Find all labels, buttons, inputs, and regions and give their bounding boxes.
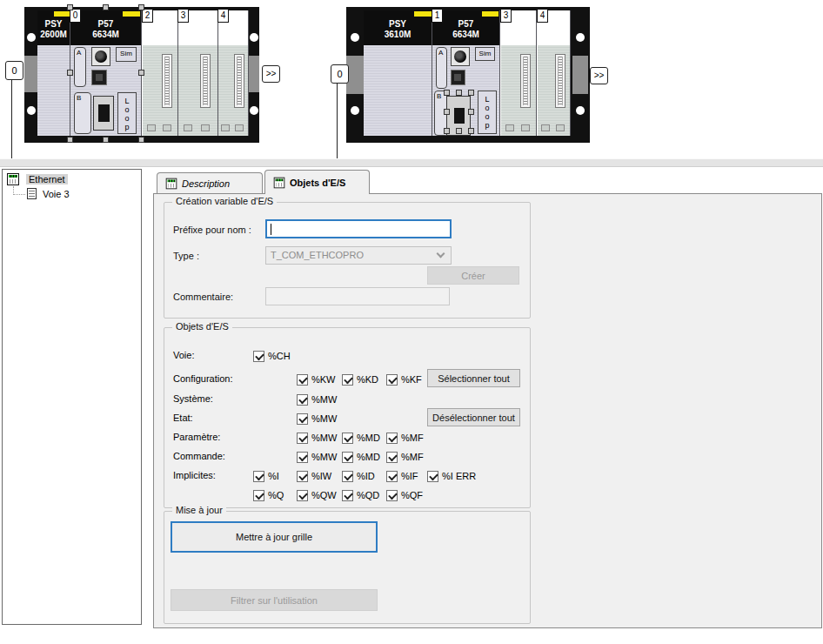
horizontal-splitter[interactable] [0,158,823,167]
create-button[interactable]: Créer [427,266,519,285]
rack1-psu-module[interactable]: PSY 2600M [37,10,70,136]
rack2-ethernet-selection-handle[interactable] [444,128,450,134]
checkbox-if[interactable]: %IF [386,469,418,483]
rack1-empty-slot-2[interactable]: 2 [143,10,178,136]
rack2-ethernet-selection-handle[interactable] [456,90,462,96]
checkbox-box-icon[interactable] [297,413,308,425]
rack2-ethernet-selection-handle[interactable] [444,90,450,96]
deselect-all-button[interactable]: Désélectionner tout [427,408,520,426]
rack1-port-b[interactable]: B [74,92,91,134]
checkbox-mw[interactable]: %MW [297,392,337,406]
checkbox-md[interactable]: %MD [342,450,380,464]
checkbox-box-icon[interactable] [342,471,353,482]
rack1-slot2-number: 2 [142,9,153,23]
checkbox-box-icon[interactable] [386,452,398,463]
rack2-slot3-number: 3 [500,9,512,23]
rack1-square-connector[interactable] [91,70,107,85]
rack2-port-a[interactable]: A [436,47,447,89]
rack1-slot4-number: 4 [217,9,229,23]
filter-usage-button[interactable]: Filtrer sur l'utilisation [171,589,378,611]
rack1-cpu-selection-handle[interactable] [138,4,144,10]
checkbox-kd[interactable]: %KD [342,372,378,386]
rack2-ethernet-selection-handle[interactable] [468,90,474,96]
checkbox-qf[interactable]: %QF [386,488,423,502]
checkbox-box-icon[interactable] [297,374,308,386]
update-grid-button[interactable]: Mettre à jour grille [171,521,378,553]
checkbox-md[interactable]: %MD [342,431,380,445]
checkbox-box-icon[interactable] [342,374,353,386]
rack2-empty-slot-3[interactable]: 3 [501,10,537,136]
rack2-ethernet-selection-handle[interactable] [468,128,474,134]
checkbox-box-icon[interactable] [386,374,398,386]
checkbox-box-icon[interactable] [297,471,308,482]
rack1-cpu-selection-handle[interactable] [103,137,109,143]
rack2-address-tag[interactable]: 0 [331,64,349,84]
rack1-cpu-name1: P57 [70,19,141,30]
checkbox-box-icon[interactable] [427,471,438,482]
checkbox-iw[interactable]: %IW [297,469,331,483]
type-combobox[interactable]: T_COM_ETHCOPRO [265,246,452,265]
checkbox-box-icon[interactable] [386,471,398,482]
rack1-cpu-module[interactable]: 0 P57 6634M A Sim B Loop [70,10,142,136]
checkbox-mf[interactable]: %MF [386,431,424,445]
rack1-expand-button[interactable]: >> [262,65,280,83]
checkbox-box-icon[interactable] [297,490,308,501]
checkbox-box-icon[interactable] [253,351,264,362]
checkbox-ch[interactable]: %CH [253,349,291,363]
rack1-cpu-selection-handle[interactable] [67,137,73,143]
checkbox-box-icon[interactable] [297,452,308,463]
checkbox-mw[interactable]: %MW [297,450,337,464]
rack1-ethernet-port[interactable] [93,96,114,131]
checkbox-kw[interactable]: %KW [297,372,336,386]
checkbox-ierr[interactable]: %I ERR [427,469,476,483]
checkbox-box-icon[interactable] [342,490,353,501]
checkbox-box-icon[interactable] [253,471,264,482]
rack2-cpu-module[interactable]: 1 P57 6634M A Sim B Loop [432,10,500,136]
rack2-square-connector[interactable] [451,70,465,85]
rack2-cpu-led [482,11,498,17]
tab-description[interactable]: Description [157,172,263,193]
device-tree-panel: Ethernet Voie 3 [2,169,142,625]
checkbox-label: %MF [401,452,424,462]
rack1-cpu-selection-handle[interactable] [138,70,144,76]
rack1-cpu-led [123,11,140,17]
rack1-round-connector[interactable] [91,47,110,66]
rack2-psu-module[interactable]: PSY 3610M [364,10,432,136]
checkbox-box-icon[interactable] [342,452,353,463]
rack1-port-a[interactable]: A [74,47,86,87]
checkbox-mf[interactable]: %MF [386,450,424,464]
comment-input[interactable] [265,287,450,305]
rack1-cpu-selection-handle[interactable] [67,4,73,10]
checkbox-box-icon[interactable] [253,490,264,501]
tree-item-voie3[interactable]: Voie 3 [27,188,70,199]
checkbox-box-icon[interactable] [297,394,308,406]
rack2-ethernet-selection-handle[interactable] [468,109,474,115]
tree-item-ethernet[interactable]: Ethernet [7,173,68,185]
checkbox-i[interactable]: %I [253,469,279,483]
checkbox-box-icon[interactable] [386,433,398,444]
rack1-address-tag[interactable]: 0 [5,61,23,80]
checkbox-qw[interactable]: %QW [297,488,337,502]
checkbox-q[interactable]: %Q [253,488,284,502]
select-all-button[interactable]: Sélectionner tout [427,369,520,387]
checkbox-box-icon[interactable] [297,433,308,444]
rack1-empty-slot-4[interactable]: 4 [218,10,249,136]
rack2-round-connector[interactable] [451,47,470,66]
checkbox-kf[interactable]: %KF [386,372,422,386]
checkbox-mw[interactable]: %MW [297,412,337,426]
checkbox-qd[interactable]: %QD [342,488,379,502]
rack2-expand-button[interactable]: >> [590,67,608,84]
rack2-ethernet-selection-handle[interactable] [444,109,450,115]
rack2-ethernet-selection-handle[interactable] [456,128,462,134]
prefix-input[interactable] [265,219,452,238]
checkbox-box-icon[interactable] [386,490,398,501]
tab-objets-es[interactable]: Objets d'E/S [264,170,370,194]
rack2-empty-slot-4[interactable]: 4 [538,10,571,136]
checkbox-box-icon[interactable] [342,433,353,444]
rack1-cpu-selection-handle[interactable] [138,137,144,143]
checkbox-id[interactable]: %ID [342,469,375,483]
rack1-cpu-selection-handle[interactable] [103,4,109,10]
rack1-empty-slot-3[interactable]: 3 [178,10,218,136]
rack1-cpu-selection-handle[interactable] [67,70,73,76]
checkbox-mw[interactable]: %MW [297,431,337,445]
